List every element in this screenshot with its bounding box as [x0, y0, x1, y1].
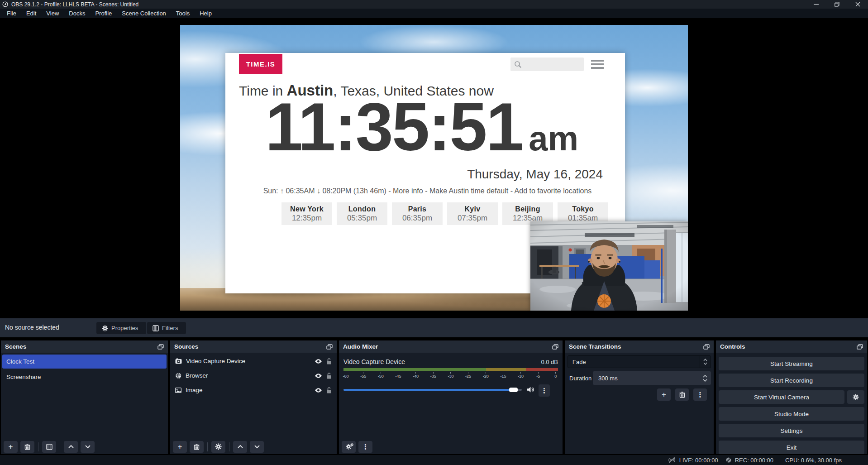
popout-icon[interactable] — [703, 344, 710, 350]
settings-button[interactable]: Settings — [719, 424, 864, 437]
source-item-image[interactable]: Image — [172, 384, 335, 397]
toolbar-separator — [207, 442, 208, 451]
source-status-text: No source selected — [5, 324, 59, 331]
virtual-camera-config-button[interactable] — [847, 390, 864, 404]
start-recording-button[interactable]: Start Recording — [719, 374, 864, 387]
source-item-browser[interactable]: Browser — [172, 369, 335, 382]
timeis-date: Thursday, May 16, 2024 — [467, 167, 603, 182]
mixer-options-button[interactable]: ⋮ — [539, 384, 550, 397]
popout-icon[interactable] — [326, 344, 333, 350]
audio-mixer-toolbar: ⋮ — [339, 439, 563, 454]
restore-button[interactable] — [826, 0, 847, 9]
add-scene-button[interactable]: + — [4, 441, 18, 453]
scene-item-screenshare[interactable]: Screenshare — [2, 370, 167, 384]
controls-header[interactable]: Controls — [716, 340, 867, 353]
close-button[interactable] — [847, 0, 868, 9]
sources-panel: Sources Video Capture Device Browser Ima… — [170, 340, 337, 454]
source-context-bar: No source selected Properties Filters — [0, 318, 868, 337]
source-properties-button[interactable] — [211, 441, 225, 453]
obs-window: OBS 29.1.2 - Profile: LLHLS BETA - Scene… — [0, 0, 868, 465]
sources-panel-header[interactable]: Sources — [170, 340, 337, 353]
transition-properties-button[interactable]: ⋮ — [693, 388, 707, 401]
source-up-button[interactable] — [233, 441, 247, 453]
menu-view[interactable]: View — [41, 9, 64, 18]
volume-slider[interactable] — [343, 388, 522, 392]
speaker-icon[interactable] — [527, 386, 534, 393]
source-down-button[interactable] — [250, 441, 264, 453]
lock-icon[interactable] — [326, 358, 332, 364]
filter-icon — [153, 325, 159, 331]
scenes-panel-header[interactable]: Scenes — [1, 340, 168, 353]
timeis-search-box — [510, 58, 584, 71]
meter-scale: -60 -55 -50 -45 -40 -35 -30 -25 -20 -15 … — [341, 372, 561, 379]
scene-down-button[interactable] — [81, 441, 95, 453]
remove-source-button[interactable] — [190, 441, 204, 453]
sources-toolbar: + — [170, 439, 337, 454]
status-bar: LIVE: 00:00:00 REC: 00:00:00 CPU: 0.6%, … — [0, 455, 868, 465]
visibility-eye-icon[interactable] — [315, 359, 322, 364]
audio-mixer-header[interactable]: Audio Mixer — [339, 340, 563, 353]
more-info-link: More info — [393, 187, 423, 195]
titlebar[interactable]: OBS 29.1.2 - Profile: LLHLS BETA - Scene… — [0, 0, 868, 9]
scene-filters-button[interactable] — [42, 441, 56, 453]
timeis-clock: 11:35:51 am — [265, 93, 578, 161]
remove-scene-button[interactable] — [20, 441, 34, 453]
properties-button[interactable]: Properties — [96, 322, 146, 334]
menu-edit[interactable]: Edit — [21, 9, 41, 18]
obs-logo-icon — [2, 1, 8, 7]
minimize-button[interactable] — [806, 0, 826, 9]
menubar: File Edit View Docks Profile Scene Colle… — [0, 9, 868, 18]
camera-icon — [175, 358, 182, 364]
volume-slider-handle[interactable] — [509, 388, 518, 392]
menu-docks[interactable]: Docks — [64, 9, 90, 18]
visibility-eye-icon[interactable] — [315, 373, 322, 379]
hamburger-menu-icon — [591, 60, 604, 71]
sun-info-line: Sun: ↑ 06:35AM ↓ 08:20PM (13h 46m) - Mor… — [243, 187, 611, 195]
scenes-panel: Scenes Clock Test Screenshare + — [1, 340, 168, 454]
mixer-menu-button[interactable]: ⋮ — [358, 441, 372, 453]
combo-chevrons[interactable] — [700, 356, 711, 368]
mixer-channel-name: Video Capture Device — [343, 358, 405, 365]
exit-button[interactable]: Exit — [719, 441, 864, 454]
menu-tools[interactable]: Tools — [171, 9, 195, 18]
studio-mode-button[interactable]: Studio Mode — [719, 407, 864, 421]
add-transition-button[interactable]: + — [657, 388, 671, 401]
advanced-audio-button[interactable] — [342, 441, 356, 453]
cpu-fps-stats: CPU: 0.6%, 30.00 fps — [785, 457, 842, 464]
scenes-toolbar: + — [1, 439, 168, 454]
popout-icon[interactable] — [857, 344, 863, 350]
menu-file[interactable]: File — [2, 9, 21, 18]
clock-time: 11:35:51 — [265, 93, 522, 161]
visibility-eye-icon[interactable] — [315, 388, 322, 393]
transition-select[interactable]: Fade — [568, 355, 711, 368]
spin-down-icon[interactable] — [703, 379, 707, 382]
remove-transition-button[interactable] — [675, 388, 689, 401]
transitions-header[interactable]: Scene Transitions — [565, 340, 714, 353]
scene-item-clock-test[interactable]: Clock Test — [2, 355, 167, 369]
spin-up-icon[interactable] — [703, 375, 707, 378]
menu-profile[interactable]: Profile — [90, 9, 117, 18]
search-icon — [514, 61, 522, 68]
toolbar-separator — [38, 442, 38, 451]
live-time: LIVE: 00:00:00 — [679, 457, 718, 464]
source-item-video-capture[interactable]: Video Capture Device — [172, 355, 335, 368]
start-streaming-button[interactable]: Start Streaming — [719, 357, 864, 370]
transitions-title: Scene Transitions — [569, 343, 621, 350]
city-box: Paris06:35pm — [392, 202, 443, 225]
duration-spinner[interactable]: 300 ms — [593, 371, 711, 385]
popout-icon[interactable] — [552, 344, 558, 350]
add-favorite-link: Add to favorite locations — [515, 187, 592, 195]
popout-icon[interactable] — [157, 344, 164, 350]
menu-help[interactable]: Help — [195, 9, 217, 18]
menu-scene-collection[interactable]: Scene Collection — [117, 9, 171, 18]
clock-ampm: am — [529, 121, 578, 156]
filters-button[interactable]: Filters — [147, 322, 186, 334]
start-virtual-camera-button[interactable]: Start Virtual Camera — [719, 390, 844, 404]
lock-icon[interactable] — [326, 372, 332, 379]
add-source-button[interactable]: + — [173, 441, 187, 453]
scene-up-button[interactable] — [64, 441, 78, 453]
rec-time: REC: 00:00:00 — [735, 457, 773, 464]
scene-preview[interactable]: TIME.IS Time in Austin, Texas, United St… — [180, 25, 688, 311]
timeis-logo: TIME.IS — [239, 54, 282, 74]
lock-icon[interactable] — [326, 387, 332, 393]
